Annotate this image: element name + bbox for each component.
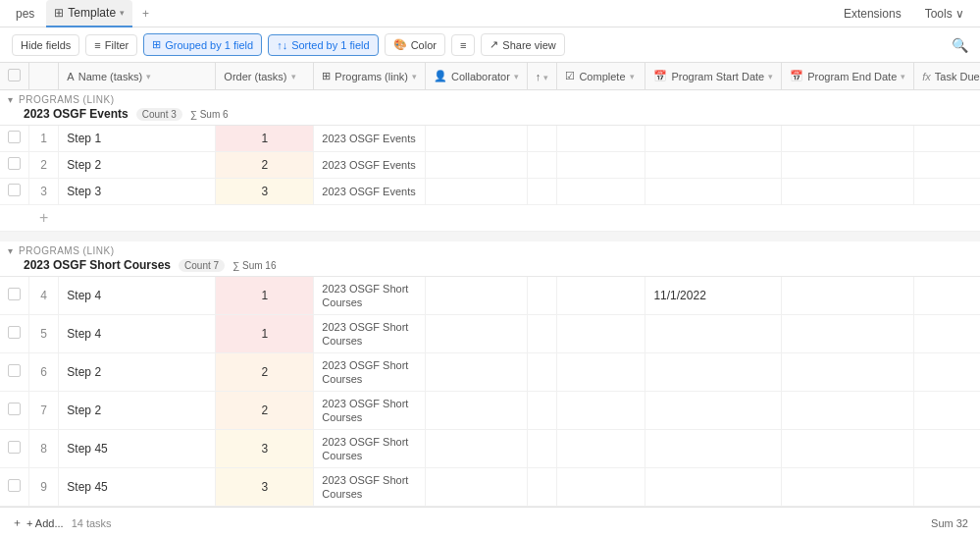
row-programs[interactable]: 2023 OSGF Short Courses [314, 315, 426, 353]
row-prog-start[interactable] [645, 392, 782, 430]
row-task-due[interactable] [914, 179, 980, 205]
col5-dropdown[interactable]: ▾ [543, 73, 548, 82]
row-task-due[interactable] [914, 392, 980, 430]
row-collaborator[interactable] [425, 468, 527, 507]
table-row[interactable]: 7 Step 2 2 2023 OSGF Short Courses [0, 392, 980, 430]
th-order[interactable]: Order (tasks) ▾ [216, 63, 314, 90]
row-checkbox[interactable] [0, 179, 29, 205]
row-order[interactable]: 1 [216, 126, 314, 152]
row-programs[interactable]: 2023 OSGF Short Courses [314, 468, 426, 507]
th-col5[interactable]: ↑ ▾ [527, 63, 557, 90]
bottom-add-button[interactable]: ＋ + Add... [12, 515, 64, 530]
group-collapse-group1[interactable]: ▾ [8, 94, 13, 105]
row-programs[interactable]: 2023 OSGF Events [314, 179, 426, 205]
row-prog-start[interactable] [645, 315, 782, 353]
row-complete[interactable] [557, 179, 645, 205]
row-checkbox[interactable] [0, 430, 29, 468]
table-row[interactable]: 5 Step 4 1 2023 OSGF Short Courses [0, 315, 980, 353]
group-by-button[interactable]: ⊞ Grouped by 1 field [143, 33, 262, 56]
row-order[interactable]: 3 [216, 179, 314, 205]
row-complete[interactable] [557, 468, 645, 507]
row-checkbox[interactable] [0, 468, 29, 507]
row-complete[interactable] [557, 126, 645, 152]
row-name[interactable]: Step 2 [59, 353, 216, 392]
row-checkbox[interactable] [0, 353, 29, 392]
row-order[interactable]: 1 [216, 315, 314, 353]
complete-col-dropdown[interactable]: ▾ [630, 72, 635, 81]
table-row[interactable]: 1 Step 1 1 2023 OSGF Events [0, 126, 980, 152]
row-order[interactable]: 1 [216, 277, 314, 315]
row-name[interactable]: Step 45 [59, 430, 216, 468]
row-complete[interactable] [557, 430, 645, 468]
row-programs[interactable]: 2023 OSGF Events [314, 126, 426, 152]
row-order[interactable]: 2 [216, 392, 314, 430]
row-prog-end[interactable] [782, 392, 914, 430]
row-collaborator[interactable] [425, 430, 527, 468]
row-prog-end[interactable] [782, 430, 914, 468]
row-programs[interactable]: 2023 OSGF Short Courses [314, 277, 426, 315]
table-row[interactable]: 3 Step 3 3 2023 OSGF Events [0, 179, 980, 205]
row-task-due[interactable] [914, 430, 980, 468]
th-programs[interactable]: ⊞ Programs (link) ▾ [314, 63, 426, 90]
row-task-due[interactable] [914, 152, 980, 179]
row-task-due[interactable] [914, 277, 980, 315]
row-checkbox[interactable] [0, 277, 29, 315]
row-task-due[interactable] [914, 353, 980, 392]
row-name[interactable]: Step 2 [59, 152, 216, 179]
row-complete[interactable] [557, 277, 645, 315]
sort-by-button[interactable]: ↑↓ Sorted by 1 field [268, 34, 379, 56]
tools-button[interactable]: Tools ∨ [917, 5, 972, 23]
row-complete[interactable] [557, 392, 645, 430]
row-name[interactable]: Step 2 [59, 392, 216, 430]
row-order[interactable]: 2 [216, 353, 314, 392]
row-prog-end[interactable] [782, 152, 914, 179]
row-prog-start[interactable] [645, 468, 782, 507]
table-row[interactable]: 6 Step 2 2 2023 OSGF Short Courses [0, 353, 980, 392]
share-view-button[interactable]: ↗ Share view [481, 33, 564, 56]
hide-fields-button[interactable]: Hide fields [12, 34, 79, 56]
order-col-dropdown[interactable]: ▾ [291, 72, 296, 81]
row-complete[interactable] [557, 315, 645, 353]
row-programs[interactable]: 2023 OSGF Short Courses [314, 430, 426, 468]
row-prog-start[interactable] [645, 126, 782, 152]
row-collaborator[interactable] [425, 126, 527, 152]
row-name[interactable]: Step 4 [59, 277, 216, 315]
prog-end-dropdown[interactable]: ▾ [901, 72, 905, 81]
row-prog-end[interactable] [782, 126, 914, 152]
name-col-dropdown[interactable]: ▾ [146, 72, 151, 81]
row-name[interactable]: Step 4 [59, 315, 216, 353]
row-task-due[interactable] [914, 468, 980, 507]
row-prog-end[interactable] [782, 277, 914, 315]
prog-start-dropdown[interactable]: ▾ [768, 72, 773, 81]
tab-template[interactable]: ⊞ Template ▾ [46, 0, 132, 27]
row-prog-start[interactable] [645, 152, 782, 179]
color-button[interactable]: 🎨 Color [385, 33, 445, 56]
extensions-button[interactable]: Extensions [836, 5, 909, 23]
row-collaborator[interactable] [425, 179, 527, 205]
table-row[interactable]: 8 Step 45 3 2023 OSGF Short Courses [0, 430, 980, 468]
row-task-due[interactable] [914, 126, 980, 152]
row-prog-end[interactable] [782, 468, 914, 507]
row-name[interactable]: Step 3 [59, 179, 216, 205]
row-name[interactable]: Step 45 [59, 468, 216, 507]
tab-dropdown-icon[interactable]: ▾ [120, 8, 125, 18]
search-button[interactable]: 🔍 [952, 37, 968, 53]
row-complete[interactable] [557, 353, 645, 392]
row-programs[interactable]: 2023 OSGF Short Courses [314, 392, 426, 430]
row-collaborator[interactable] [425, 315, 527, 353]
table-row[interactable]: 4 Step 4 1 2023 OSGF Short Courses 11/1/… [0, 277, 980, 315]
row-prog-end[interactable] [782, 179, 914, 205]
group-collapse-group2[interactable]: ▾ [8, 245, 13, 256]
th-prog-start[interactable]: 📅 Program Start Date ▾ [645, 63, 782, 90]
row-complete[interactable] [557, 152, 645, 179]
collab-col-dropdown[interactable]: ▾ [514, 72, 519, 81]
row-height-button[interactable]: ≡ [451, 34, 475, 56]
row-checkbox[interactable] [0, 152, 29, 179]
table-row[interactable]: 9 Step 45 3 2023 OSGF Short Courses [0, 468, 980, 507]
th-prog-end[interactable]: 📅 Program End Date ▾ [782, 63, 914, 90]
tab-add-button[interactable]: + [136, 5, 155, 23]
row-name[interactable]: Step 1 [59, 126, 216, 152]
th-collaborator[interactable]: 👤 Collaborator ▾ [425, 63, 527, 90]
filter-button[interactable]: ≡ Filter [85, 34, 137, 56]
th-checkbox[interactable] [0, 63, 29, 90]
